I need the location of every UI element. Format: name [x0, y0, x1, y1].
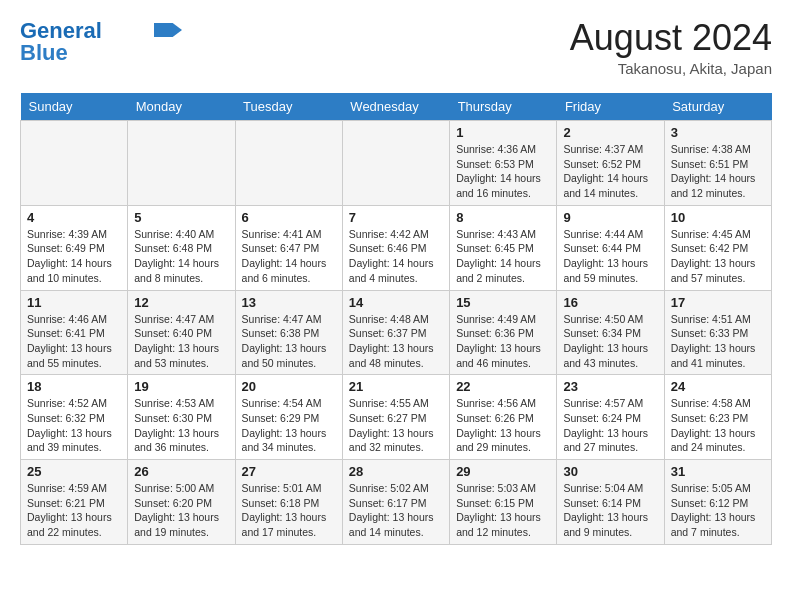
weekday-header-monday: Monday [128, 93, 235, 121]
weekday-header-friday: Friday [557, 93, 664, 121]
day-number: 4 [27, 210, 121, 225]
calendar-cell: 29Sunrise: 5:03 AM Sunset: 6:15 PM Dayli… [450, 460, 557, 545]
calendar-header: SundayMondayTuesdayWednesdayThursdayFrid… [21, 93, 772, 121]
weekday-header-sunday: Sunday [21, 93, 128, 121]
calendar-cell [128, 121, 235, 206]
day-info: Sunrise: 4:36 AM Sunset: 6:53 PM Dayligh… [456, 142, 550, 201]
day-info: Sunrise: 5:02 AM Sunset: 6:17 PM Dayligh… [349, 481, 443, 540]
page-header: General Blue August 2024 Takanosu, Akita… [20, 20, 772, 77]
calendar-cell: 28Sunrise: 5:02 AM Sunset: 6:17 PM Dayli… [342, 460, 449, 545]
calendar-cell: 3Sunrise: 4:38 AM Sunset: 6:51 PM Daylig… [664, 121, 771, 206]
day-info: Sunrise: 4:46 AM Sunset: 6:41 PM Dayligh… [27, 312, 121, 371]
calendar-cell: 7Sunrise: 4:42 AM Sunset: 6:46 PM Daylig… [342, 205, 449, 290]
calendar-cell [342, 121, 449, 206]
calendar-cell: 20Sunrise: 4:54 AM Sunset: 6:29 PM Dayli… [235, 375, 342, 460]
calendar-body: 1Sunrise: 4:36 AM Sunset: 6:53 PM Daylig… [21, 121, 772, 545]
day-info: Sunrise: 4:43 AM Sunset: 6:45 PM Dayligh… [456, 227, 550, 286]
logo-blue: Blue [20, 42, 68, 64]
calendar-cell: 12Sunrise: 4:47 AM Sunset: 6:40 PM Dayli… [128, 290, 235, 375]
calendar-cell: 6Sunrise: 4:41 AM Sunset: 6:47 PM Daylig… [235, 205, 342, 290]
weekday-header-tuesday: Tuesday [235, 93, 342, 121]
calendar-week-row: 25Sunrise: 4:59 AM Sunset: 6:21 PM Dayli… [21, 460, 772, 545]
calendar-cell: 21Sunrise: 4:55 AM Sunset: 6:27 PM Dayli… [342, 375, 449, 460]
calendar-cell: 15Sunrise: 4:49 AM Sunset: 6:36 PM Dayli… [450, 290, 557, 375]
day-number: 14 [349, 295, 443, 310]
weekday-header-saturday: Saturday [664, 93, 771, 121]
day-number: 1 [456, 125, 550, 140]
day-number: 30 [563, 464, 657, 479]
calendar-cell: 5Sunrise: 4:40 AM Sunset: 6:48 PM Daylig… [128, 205, 235, 290]
calendar-cell: 2Sunrise: 4:37 AM Sunset: 6:52 PM Daylig… [557, 121, 664, 206]
calendar-cell: 1Sunrise: 4:36 AM Sunset: 6:53 PM Daylig… [450, 121, 557, 206]
day-info: Sunrise: 5:04 AM Sunset: 6:14 PM Dayligh… [563, 481, 657, 540]
day-number: 5 [134, 210, 228, 225]
day-number: 2 [563, 125, 657, 140]
calendar-week-row: 11Sunrise: 4:46 AM Sunset: 6:41 PM Dayli… [21, 290, 772, 375]
day-number: 27 [242, 464, 336, 479]
day-number: 9 [563, 210, 657, 225]
day-info: Sunrise: 4:37 AM Sunset: 6:52 PM Dayligh… [563, 142, 657, 201]
day-info: Sunrise: 4:47 AM Sunset: 6:40 PM Dayligh… [134, 312, 228, 371]
day-number: 3 [671, 125, 765, 140]
calendar-cell: 27Sunrise: 5:01 AM Sunset: 6:18 PM Dayli… [235, 460, 342, 545]
calendar-cell: 16Sunrise: 4:50 AM Sunset: 6:34 PM Dayli… [557, 290, 664, 375]
day-number: 20 [242, 379, 336, 394]
day-info: Sunrise: 4:39 AM Sunset: 6:49 PM Dayligh… [27, 227, 121, 286]
day-number: 12 [134, 295, 228, 310]
day-info: Sunrise: 4:49 AM Sunset: 6:36 PM Dayligh… [456, 312, 550, 371]
location-subtitle: Takanosu, Akita, Japan [570, 60, 772, 77]
day-info: Sunrise: 4:41 AM Sunset: 6:47 PM Dayligh… [242, 227, 336, 286]
logo-text: General [20, 20, 102, 42]
calendar-cell: 8Sunrise: 4:43 AM Sunset: 6:45 PM Daylig… [450, 205, 557, 290]
day-info: Sunrise: 4:38 AM Sunset: 6:51 PM Dayligh… [671, 142, 765, 201]
calendar-cell: 13Sunrise: 4:47 AM Sunset: 6:38 PM Dayli… [235, 290, 342, 375]
calendar-week-row: 4Sunrise: 4:39 AM Sunset: 6:49 PM Daylig… [21, 205, 772, 290]
day-number: 24 [671, 379, 765, 394]
day-info: Sunrise: 4:59 AM Sunset: 6:21 PM Dayligh… [27, 481, 121, 540]
calendar-cell: 11Sunrise: 4:46 AM Sunset: 6:41 PM Dayli… [21, 290, 128, 375]
day-number: 21 [349, 379, 443, 394]
calendar-cell: 22Sunrise: 4:56 AM Sunset: 6:26 PM Dayli… [450, 375, 557, 460]
day-number: 18 [27, 379, 121, 394]
day-info: Sunrise: 4:53 AM Sunset: 6:30 PM Dayligh… [134, 396, 228, 455]
logo: General Blue [20, 20, 182, 64]
day-info: Sunrise: 5:03 AM Sunset: 6:15 PM Dayligh… [456, 481, 550, 540]
day-number: 6 [242, 210, 336, 225]
day-info: Sunrise: 4:50 AM Sunset: 6:34 PM Dayligh… [563, 312, 657, 371]
weekday-header-thursday: Thursday [450, 93, 557, 121]
day-info: Sunrise: 4:42 AM Sunset: 6:46 PM Dayligh… [349, 227, 443, 286]
day-info: Sunrise: 4:44 AM Sunset: 6:44 PM Dayligh… [563, 227, 657, 286]
day-info: Sunrise: 4:45 AM Sunset: 6:42 PM Dayligh… [671, 227, 765, 286]
day-info: Sunrise: 4:51 AM Sunset: 6:33 PM Dayligh… [671, 312, 765, 371]
day-number: 8 [456, 210, 550, 225]
calendar-week-row: 18Sunrise: 4:52 AM Sunset: 6:32 PM Dayli… [21, 375, 772, 460]
day-number: 10 [671, 210, 765, 225]
svg-marker-0 [154, 23, 182, 37]
calendar-cell: 23Sunrise: 4:57 AM Sunset: 6:24 PM Dayli… [557, 375, 664, 460]
day-info: Sunrise: 4:56 AM Sunset: 6:26 PM Dayligh… [456, 396, 550, 455]
day-number: 29 [456, 464, 550, 479]
calendar-cell: 9Sunrise: 4:44 AM Sunset: 6:44 PM Daylig… [557, 205, 664, 290]
calendar-cell: 24Sunrise: 4:58 AM Sunset: 6:23 PM Dayli… [664, 375, 771, 460]
calendar-cell: 17Sunrise: 4:51 AM Sunset: 6:33 PM Dayli… [664, 290, 771, 375]
day-number: 19 [134, 379, 228, 394]
day-number: 23 [563, 379, 657, 394]
calendar-table: SundayMondayTuesdayWednesdayThursdayFrid… [20, 93, 772, 545]
day-info: Sunrise: 4:58 AM Sunset: 6:23 PM Dayligh… [671, 396, 765, 455]
day-info: Sunrise: 4:48 AM Sunset: 6:37 PM Dayligh… [349, 312, 443, 371]
calendar-cell: 25Sunrise: 4:59 AM Sunset: 6:21 PM Dayli… [21, 460, 128, 545]
title-block: August 2024 Takanosu, Akita, Japan [570, 20, 772, 77]
day-info: Sunrise: 4:40 AM Sunset: 6:48 PM Dayligh… [134, 227, 228, 286]
calendar-cell [235, 121, 342, 206]
day-number: 11 [27, 295, 121, 310]
day-info: Sunrise: 4:57 AM Sunset: 6:24 PM Dayligh… [563, 396, 657, 455]
calendar-cell: 14Sunrise: 4:48 AM Sunset: 6:37 PM Dayli… [342, 290, 449, 375]
day-info: Sunrise: 4:47 AM Sunset: 6:38 PM Dayligh… [242, 312, 336, 371]
day-info: Sunrise: 5:05 AM Sunset: 6:12 PM Dayligh… [671, 481, 765, 540]
day-number: 16 [563, 295, 657, 310]
day-number: 17 [671, 295, 765, 310]
day-number: 7 [349, 210, 443, 225]
day-info: Sunrise: 5:00 AM Sunset: 6:20 PM Dayligh… [134, 481, 228, 540]
logo-arrow-icon [154, 23, 182, 37]
calendar-cell: 26Sunrise: 5:00 AM Sunset: 6:20 PM Dayli… [128, 460, 235, 545]
